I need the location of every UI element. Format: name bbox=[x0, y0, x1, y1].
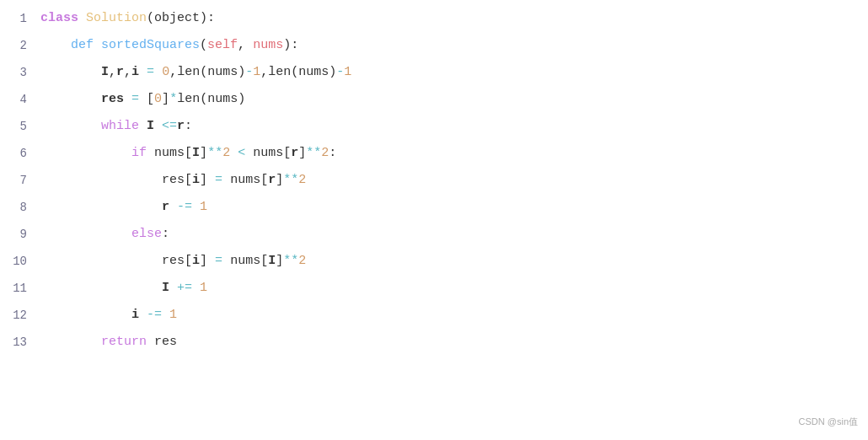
line-number: 10 bbox=[0, 248, 40, 275]
table-row: 3 I,r,i = 0,len(nums)-1,len(nums)-1 bbox=[0, 59, 868, 86]
line-number: 2 bbox=[0, 32, 40, 59]
table-row: 8 r -= 1 bbox=[0, 194, 868, 221]
line-number: 6 bbox=[0, 140, 40, 167]
watermark: CSDN @sin值 bbox=[799, 408, 858, 435]
line-content: res[i] = nums[r]**2 bbox=[40, 167, 868, 194]
table-row: 2 def sortedSquares(self, nums): bbox=[0, 32, 868, 59]
line-number: 4 bbox=[0, 86, 40, 113]
line-content: return res bbox=[40, 329, 868, 356]
line-content: def sortedSquares(self, nums): bbox=[40, 32, 868, 59]
line-number: 13 bbox=[0, 329, 40, 356]
table-row: 10 res[i] = nums[I]**2 bbox=[0, 248, 868, 275]
line-content: while I <=r: bbox=[40, 113, 868, 140]
line-number: 1 bbox=[0, 5, 40, 32]
table-row: 11 I += 1 bbox=[0, 275, 868, 302]
line-number: 5 bbox=[0, 113, 40, 140]
line-content: I += 1 bbox=[40, 275, 868, 302]
line-content: if nums[I]**2 < nums[r]**2: bbox=[40, 140, 868, 167]
table-row: 13 return res bbox=[0, 329, 868, 356]
line-number: 9 bbox=[0, 221, 40, 248]
table-row: 4 res = [0]*len(nums) bbox=[0, 86, 868, 113]
line-content: res[i] = nums[I]**2 bbox=[40, 248, 868, 275]
table-row: 1 class Solution(object): bbox=[0, 5, 868, 32]
line-content: I,r,i = 0,len(nums)-1,len(nums)-1 bbox=[40, 59, 868, 86]
code-editor: 1 class Solution(object): 2 def sortedSq… bbox=[0, 0, 868, 440]
line-content: r -= 1 bbox=[40, 194, 868, 221]
table-row: 5 while I <=r: bbox=[0, 113, 868, 140]
line-content: i -= 1 bbox=[40, 302, 868, 329]
line-content: class Solution(object): bbox=[40, 5, 868, 32]
line-number: 11 bbox=[0, 275, 40, 302]
code-area: 1 class Solution(object): 2 def sortedSq… bbox=[0, 0, 868, 440]
line-number: 3 bbox=[0, 59, 40, 86]
table-row: 7 res[i] = nums[r]**2 bbox=[0, 167, 868, 194]
line-content: else: bbox=[40, 221, 868, 248]
table-row: 9 else: bbox=[0, 221, 868, 248]
line-number: 8 bbox=[0, 194, 40, 221]
line-number: 12 bbox=[0, 302, 40, 329]
table-row: 6 if nums[I]**2 < nums[r]**2: bbox=[0, 140, 868, 167]
line-content: res = [0]*len(nums) bbox=[40, 86, 868, 113]
table-row: 12 i -= 1 bbox=[0, 302, 868, 329]
line-number: 7 bbox=[0, 167, 40, 194]
